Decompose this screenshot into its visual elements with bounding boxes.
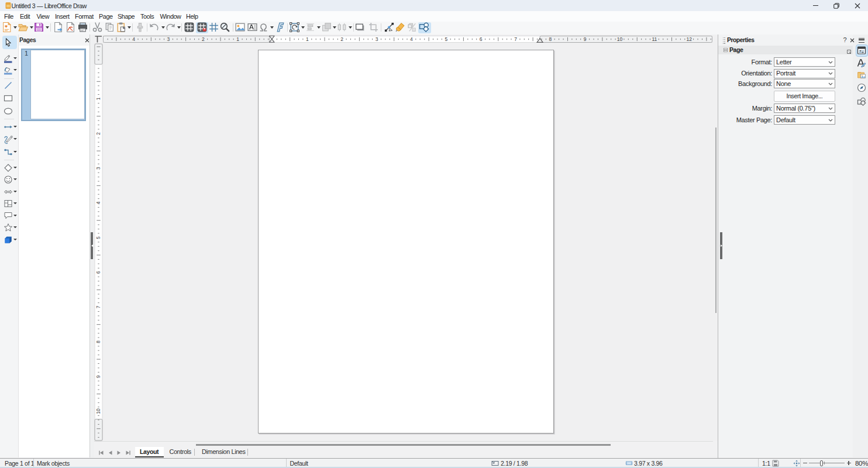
svg-text:8: 8: [95, 340, 101, 343]
svg-text:9: 9: [583, 36, 586, 42]
svg-text:4: 4: [132, 36, 135, 42]
svg-text:2: 2: [95, 132, 101, 135]
svg-text:1: 1: [95, 97, 101, 100]
svg-text:2: 2: [340, 36, 343, 42]
svg-text:7: 7: [514, 36, 517, 42]
svg-text:11: 11: [652, 36, 657, 42]
svg-text:1: 1: [306, 36, 309, 42]
svg-text:4: 4: [95, 201, 101, 204]
svg-text:7: 7: [95, 305, 101, 308]
svg-text:6: 6: [95, 271, 101, 274]
svg-text:10: 10: [616, 36, 622, 42]
svg-text:3: 3: [375, 36, 378, 42]
svg-text:12: 12: [686, 36, 692, 42]
svg-text:8: 8: [549, 36, 552, 42]
svg-text:9: 9: [95, 375, 101, 378]
svg-text:5: 5: [445, 36, 447, 42]
svg-text:5: 5: [95, 236, 101, 239]
svg-text:3: 3: [95, 167, 101, 170]
svg-text:10: 10: [95, 408, 101, 414]
svg-text:2: 2: [201, 36, 204, 42]
svg-text:3: 3: [167, 36, 170, 42]
svg-text:4: 4: [410, 36, 413, 42]
svg-text:6: 6: [479, 36, 482, 42]
svg-text:1: 1: [236, 36, 239, 42]
